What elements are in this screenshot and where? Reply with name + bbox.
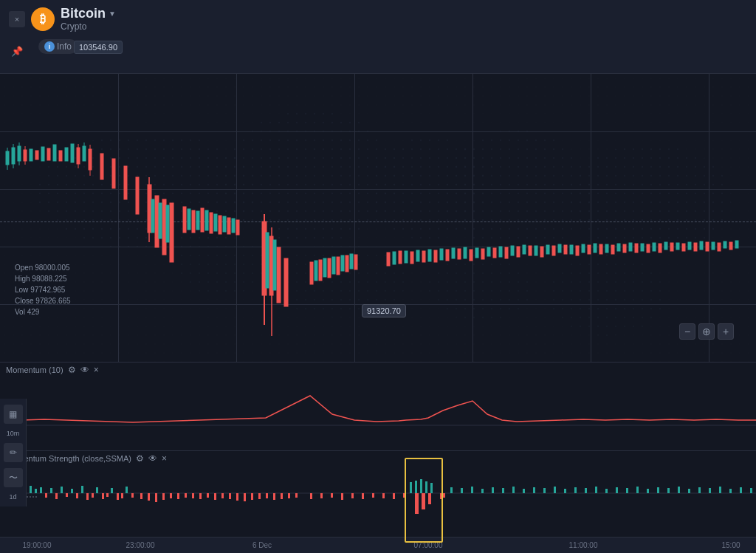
asset-name: Bitcoin ▼ bbox=[61, 6, 116, 21]
svg-rect-200 bbox=[66, 493, 68, 497]
momentum-eye-icon[interactable]: 👁 bbox=[80, 365, 89, 375]
svg-rect-107 bbox=[635, 244, 638, 253]
momentum-gear-icon[interactable]: ⚙ bbox=[68, 365, 76, 375]
svg-rect-138 bbox=[653, 243, 656, 251]
svg-rect-98 bbox=[529, 246, 532, 255]
svg-rect-157 bbox=[61, 487, 63, 493]
zoom-controls: − ⊕ + bbox=[679, 323, 734, 340]
time-label-2: 23:00:00 bbox=[126, 541, 155, 549]
svg-rect-185 bbox=[626, 488, 628, 493]
price-level-label: 91320.70 bbox=[362, 304, 406, 317]
svg-rect-161 bbox=[111, 488, 113, 493]
svg-rect-27 bbox=[35, 151, 38, 159]
svg-rect-241 bbox=[415, 493, 419, 514]
zoom-reset-button[interactable]: ⊕ bbox=[698, 323, 715, 340]
svg-rect-207 bbox=[121, 493, 123, 498]
zoom-out-button[interactable]: − bbox=[679, 323, 695, 340]
svg-rect-31 bbox=[83, 146, 86, 161]
svg-rect-202 bbox=[86, 493, 89, 500]
svg-rect-52 bbox=[183, 207, 186, 233]
svg-rect-47 bbox=[162, 199, 166, 255]
svg-rect-167 bbox=[430, 483, 433, 493]
svg-rect-76 bbox=[319, 260, 322, 281]
main-chart: Open 98000.005 High 98088.225 Low 97742.… bbox=[0, 74, 756, 362]
svg-rect-50 bbox=[159, 203, 162, 238]
svg-rect-140 bbox=[676, 243, 679, 250]
svg-rect-90 bbox=[434, 250, 437, 262]
svg-rect-101 bbox=[564, 245, 567, 254]
svg-rect-40 bbox=[112, 159, 115, 188]
strength-gear-icon[interactable]: ⚙ bbox=[136, 453, 144, 464]
svg-rect-125 bbox=[499, 247, 502, 257]
svg-rect-234 bbox=[341, 493, 343, 500]
draw-tool-button[interactable]: ✏ bbox=[4, 443, 23, 462]
svg-rect-57 bbox=[227, 218, 230, 234]
svg-rect-24 bbox=[24, 150, 27, 161]
svg-rect-39 bbox=[100, 154, 103, 179]
svg-rect-77 bbox=[328, 258, 331, 278]
svg-rect-175 bbox=[523, 489, 525, 493]
svg-rect-28 bbox=[47, 148, 50, 160]
svg-rect-242 bbox=[422, 493, 425, 509]
svg-rect-53 bbox=[192, 210, 195, 233]
dropdown-arrow[interactable]: ▼ bbox=[109, 10, 116, 18]
svg-rect-106 bbox=[623, 244, 626, 253]
svg-rect-206 bbox=[117, 493, 119, 500]
svg-rect-135 bbox=[617, 244, 620, 251]
low-value: Low 97742.965 bbox=[15, 284, 71, 295]
svg-rect-153 bbox=[30, 486, 32, 493]
pin-button[interactable]: 📌 bbox=[9, 43, 25, 59]
zoom-in-button[interactable]: + bbox=[718, 323, 734, 340]
svg-rect-154 bbox=[35, 489, 37, 493]
svg-rect-173 bbox=[502, 488, 504, 493]
svg-rect-183 bbox=[605, 489, 608, 493]
strength-close-icon[interactable]: × bbox=[162, 453, 167, 464]
svg-rect-81 bbox=[315, 261, 317, 281]
svg-rect-62 bbox=[214, 214, 217, 231]
svg-rect-208 bbox=[131, 493, 134, 498]
svg-rect-188 bbox=[657, 487, 659, 493]
svg-rect-136 bbox=[629, 243, 632, 251]
svg-rect-223 bbox=[244, 493, 246, 501]
svg-rect-239 bbox=[393, 493, 395, 499]
svg-rect-134 bbox=[605, 244, 608, 253]
svg-rect-187 bbox=[647, 489, 649, 493]
svg-rect-218 bbox=[207, 493, 209, 498]
svg-rect-190 bbox=[678, 487, 680, 493]
svg-rect-205 bbox=[106, 493, 109, 497]
svg-rect-30 bbox=[71, 144, 74, 162]
svg-rect-177 bbox=[543, 488, 546, 493]
svg-rect-96 bbox=[505, 247, 508, 258]
wave-tool-button[interactable]: 〜 bbox=[4, 468, 23, 487]
svg-rect-100 bbox=[552, 246, 555, 255]
svg-rect-120 bbox=[440, 249, 443, 260]
svg-rect-102 bbox=[576, 246, 579, 255]
svg-rect-60 bbox=[196, 211, 199, 230]
info-button[interactable]: i Info bbox=[38, 39, 78, 54]
close-button[interactable]: × bbox=[9, 11, 25, 27]
svg-rect-42 bbox=[136, 177, 139, 214]
candle-type-button[interactable]: ▦ bbox=[4, 405, 23, 424]
svg-rect-211 bbox=[155, 493, 157, 502]
svg-rect-184 bbox=[616, 487, 618, 493]
svg-rect-220 bbox=[221, 493, 224, 498]
svg-rect-61 bbox=[205, 210, 208, 230]
time-label-3: 6 Dec bbox=[252, 541, 272, 549]
svg-rect-78 bbox=[337, 257, 340, 275]
momentum-panel: Momentum (10) ⚙ 👁 × bbox=[0, 362, 756, 450]
svg-rect-231 bbox=[310, 493, 312, 499]
svg-rect-198 bbox=[45, 493, 47, 498]
svg-rect-222 bbox=[236, 493, 238, 501]
strength-eye-icon[interactable]: 👁 bbox=[148, 453, 157, 464]
svg-rect-186 bbox=[636, 487, 639, 493]
svg-rect-212 bbox=[162, 493, 165, 500]
momentum-chart bbox=[0, 377, 756, 447]
svg-rect-245 bbox=[443, 493, 445, 498]
svg-rect-226 bbox=[266, 493, 268, 498]
strength-panel-header: Momentum Strength (close,SSMA) ⚙ 👁 × bbox=[0, 451, 756, 466]
svg-rect-164 bbox=[415, 481, 417, 493]
svg-rect-89 bbox=[422, 251, 425, 262]
momentum-close-icon[interactable]: × bbox=[94, 365, 99, 375]
svg-rect-109 bbox=[659, 244, 662, 253]
svg-rect-137 bbox=[641, 244, 644, 251]
